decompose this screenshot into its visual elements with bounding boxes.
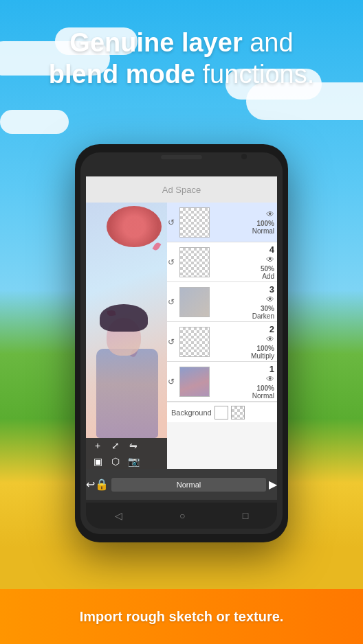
expand-right-icon[interactable]: ▶ <box>269 478 277 491</box>
layer-panel: ↺ 👁 100% Normal ↺ 4 👁 50% <box>167 203 277 469</box>
character-body <box>96 349 158 438</box>
background-row[interactable]: Background <box>167 402 277 422</box>
layer-number-1: 1 <box>270 364 274 374</box>
layer-mode-3: Darken <box>252 312 274 320</box>
layer-item-3[interactable]: ↺ 3 👁 30% Darken <box>167 282 277 322</box>
phone-speaker <box>161 155 202 159</box>
cloud-5 <box>0 110 69 134</box>
layer-info-4: 4 👁 50% Add <box>212 244 274 280</box>
layer-info-3: 3 👁 30% Darken <box>212 284 274 320</box>
phone-nav: ◁ ○ □ <box>86 503 277 529</box>
lock-icon[interactable]: 🔒 <box>95 478 109 491</box>
layer-opacity-top: 100% <box>256 220 274 227</box>
layer-info-top: 👁 100% Normal <box>212 209 274 235</box>
layer-eye-3: 👁 <box>266 295 274 304</box>
layer-arrow-top: ↺ <box>168 218 175 227</box>
flower-decoration <box>107 206 162 247</box>
layer-arrow-4: ↺ <box>168 257 175 267</box>
title-bold-2: blend mode <box>49 60 195 89</box>
layer-opacity-3: 30% <box>261 305 274 312</box>
layer-item-1[interactable]: ↺ 1 👁 100% Normal <box>167 362 277 402</box>
layer-eye-4: 👁 <box>266 255 274 264</box>
character-hair <box>100 304 148 332</box>
title-light-2: functions. <box>195 60 314 89</box>
layer-thumb-4 <box>179 247 210 277</box>
layer-info-2: 2 👁 100% Multiply <box>212 324 274 360</box>
petal-1 <box>153 242 162 251</box>
title-bold-1: Genuine layer <box>69 28 242 57</box>
layer-eye-2: 👁 <box>266 334 274 344</box>
tool-icon-2[interactable]: ⇋ <box>126 438 141 453</box>
phone-camera <box>241 154 247 159</box>
bottom-banner: Import rough sketch or texture. <box>0 589 363 644</box>
bg-swatch-checker[interactable] <box>231 406 245 419</box>
layer-number-3: 3 <box>270 284 274 295</box>
layer-arrow-1: ↺ <box>168 377 175 387</box>
background-label: Background <box>171 409 212 417</box>
layer-opacity-2: 100% <box>256 345 274 352</box>
merge-icon[interactable]: ⤢ <box>108 438 123 453</box>
layer-mode-1: Normal <box>252 392 274 400</box>
layer-thumb-2 <box>179 327 210 357</box>
layer-icon[interactable]: ▣ <box>90 454 105 469</box>
title-text: Genuine layer and blend mode functions. <box>0 27 363 90</box>
nav-recents[interactable]: □ <box>243 510 248 521</box>
layer-opacity-4: 50% <box>261 265 274 273</box>
layer-item-top[interactable]: ↺ 👁 100% Normal <box>167 203 277 242</box>
layer-thumb-3 <box>179 287 210 317</box>
phone-frame: Ad Space <box>75 144 288 542</box>
expand-icon[interactable]: ⬡ <box>108 454 123 469</box>
layer-mode-4: Add <box>262 273 274 280</box>
blend-mode-selector[interactable]: Normal <box>111 478 266 492</box>
layer-arrow-3: ↺ <box>168 297 175 307</box>
layer-arrow-2: ↺ <box>168 337 175 347</box>
bottom-banner-text: Import rough sketch or texture. <box>80 609 284 625</box>
nav-home[interactable]: ○ <box>179 510 185 521</box>
camera-icon[interactable]: 📷 <box>126 454 141 469</box>
screen-bottom-bar: ↩ 🔒 Normal ▶ <box>86 469 277 500</box>
layer-info-1: 1 👁 100% Normal <box>212 364 274 400</box>
layer-opacity-1: 100% <box>256 384 274 392</box>
add-layer-icon[interactable]: + <box>90 438 105 453</box>
layer-mode-2: Multiply <box>251 352 274 360</box>
screen: Ad Space <box>86 176 277 500</box>
layer-thumb-1 <box>179 367 210 397</box>
nav-back[interactable]: ◁ <box>115 510 122 521</box>
title-light-1: and <box>243 28 294 57</box>
layer-eye-1: 👁 <box>266 374 274 384</box>
undo-icon[interactable]: ↩ <box>86 478 95 491</box>
bg-swatch-white[interactable] <box>214 406 228 419</box>
layer-mode-top: Normal <box>252 227 274 235</box>
layer-number-4: 4 <box>270 244 274 255</box>
ad-space-label: Ad Space <box>162 185 201 195</box>
layer-item-2[interactable]: ↺ 2 👁 100% Multiply <box>167 322 277 362</box>
ad-space: Ad Space <box>86 176 277 203</box>
phone-inner: Ad Space <box>80 152 283 534</box>
layer-number-2: 2 <box>270 324 274 334</box>
layer-thumb-top <box>179 207 210 238</box>
layer-eye-top: 👁 <box>266 209 274 219</box>
layer-item-4[interactable]: ↺ 4 👁 50% Add <box>167 242 277 282</box>
title-area: Genuine layer and blend mode functions. <box>0 27 363 90</box>
